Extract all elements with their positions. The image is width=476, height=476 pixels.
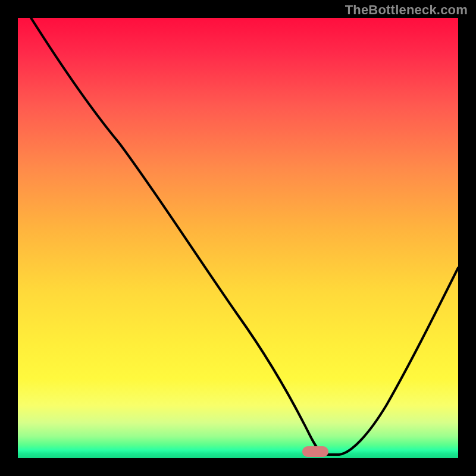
watermark-text: TheBottleneck.com [345,2,468,18]
curve-svg [18,18,458,458]
optimal-marker [302,446,328,457]
bottleneck-curve-path [31,18,458,455]
plot-area [18,18,458,458]
chart-frame: TheBottleneck.com [0,0,476,476]
